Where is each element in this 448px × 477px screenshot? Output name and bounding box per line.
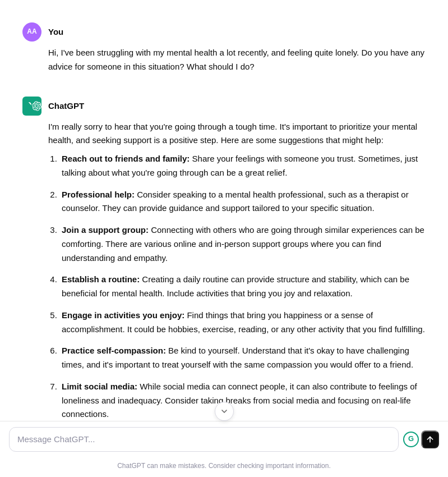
- scroll-down-button[interactable]: [215, 402, 234, 421]
- advice-item: Limit social media: While social media c…: [59, 380, 426, 421]
- advice-item: Reach out to friends and family: Share y…: [59, 152, 426, 180]
- input-icons: G: [403, 430, 439, 448]
- advice-list: Reach out to friends and family: Share y…: [48, 152, 426, 443]
- gpt-icon-button[interactable]: G: [403, 432, 419, 447]
- user-message-content: Hi, I've been struggling with my mental …: [22, 46, 426, 74]
- input-bar: G: [0, 421, 448, 457]
- advice-item: Join a support group: Connecting with ot…: [59, 223, 426, 265]
- user-message-block: AA You Hi, I've been struggling with my …: [0, 13, 448, 88]
- assistant-name: ChatGPT: [48, 99, 84, 113]
- assistant-message-content: I'm really sorry to hear that you're goi…: [22, 120, 426, 443]
- advice-item: Practice self-compassion: Be kind to you…: [59, 344, 426, 372]
- assistant-message-header: ChatGPT: [22, 97, 426, 116]
- user-message-header: AA You: [22, 22, 426, 42]
- disclaimer-text: ChatGPT can make mistakes. Consider chec…: [0, 457, 448, 477]
- advice-item: Establish a routine: Creating a daily ro…: [59, 273, 426, 301]
- advice-item: Professional help: Consider speaking to …: [59, 188, 426, 216]
- user-name: You: [48, 25, 63, 39]
- message-input[interactable]: [9, 427, 399, 452]
- input-bar-wrapper: G ChatGPT can make mistakes. Consider ch…: [0, 421, 448, 477]
- send-button[interactable]: [421, 430, 439, 448]
- chatgpt-avatar: [22, 97, 41, 116]
- advice-item: Engage in activities you enjoy: Find thi…: [59, 309, 426, 337]
- user-avatar: AA: [22, 22, 41, 42]
- chat-container: AA You Hi, I've been struggling with my …: [0, 0, 448, 477]
